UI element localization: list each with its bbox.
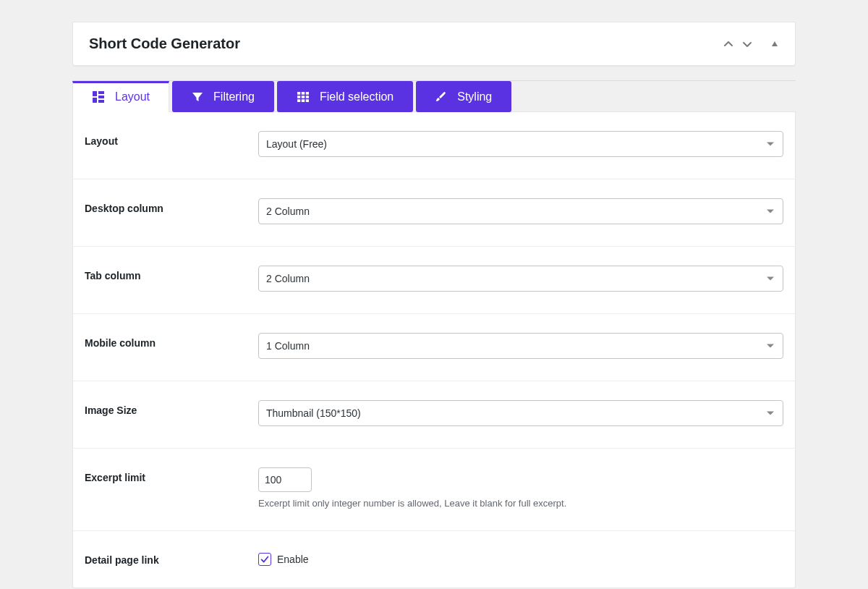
select-layout[interactable]: Layout (Free) bbox=[258, 131, 783, 157]
help-excerpt-limit: Excerpt limit only integer number is all… bbox=[258, 498, 783, 509]
label-layout: Layout bbox=[85, 131, 244, 147]
tab-field-selection[interactable]: Field selection bbox=[277, 81, 413, 112]
select-value: Layout (Free) bbox=[266, 138, 327, 150]
layout-icon bbox=[92, 90, 105, 103]
tab-label: Styling bbox=[457, 90, 492, 103]
checkbox-detail-page-link[interactable] bbox=[258, 553, 271, 566]
row-image-size: Image Size Thumbnail (150*150) bbox=[73, 381, 795, 449]
svg-rect-5 bbox=[297, 92, 309, 102]
filter-icon bbox=[192, 91, 203, 103]
svg-rect-4 bbox=[98, 100, 104, 103]
panel-collapse-up-icon[interactable] bbox=[723, 38, 734, 50]
select-value: 2 Column bbox=[266, 205, 310, 217]
svg-rect-2 bbox=[98, 96, 104, 98]
label-image-size: Image Size bbox=[85, 400, 244, 416]
select-value: Thumbnail (150*150) bbox=[266, 407, 361, 419]
row-layout: Layout Layout (Free) bbox=[73, 112, 795, 179]
select-value: 2 Column bbox=[266, 273, 310, 284]
panel-collapse-down-icon[interactable] bbox=[741, 38, 753, 50]
panel-controls bbox=[723, 38, 779, 50]
row-desktop-column: Desktop column 2 Column bbox=[73, 179, 795, 247]
label-mobile-column: Mobile column bbox=[85, 333, 244, 349]
tab-layout[interactable]: Layout bbox=[72, 81, 169, 112]
panel-toggle-icon[interactable] bbox=[770, 40, 779, 48]
tab-label: Filtering bbox=[213, 90, 255, 103]
tab-label: Field selection bbox=[320, 90, 393, 103]
page-title: Short Code Generator bbox=[89, 35, 240, 52]
select-mobile-column[interactable]: 1 Column bbox=[258, 333, 783, 359]
select-value: 1 Column bbox=[266, 340, 310, 352]
tabs: Layout Filtering Field selection Styling bbox=[72, 81, 796, 112]
label-detail-page-link: Detail page link bbox=[85, 550, 244, 566]
row-detail-page-link: Detail page link Enable bbox=[73, 531, 795, 588]
select-tab-column[interactable]: 2 Column bbox=[258, 266, 783, 292]
svg-rect-3 bbox=[93, 98, 97, 103]
input-excerpt-limit[interactable] bbox=[258, 467, 312, 492]
select-desktop-column[interactable]: 2 Column bbox=[258, 198, 783, 224]
row-tab-column: Tab column 2 Column bbox=[73, 247, 795, 314]
panel-header: Short Code Generator bbox=[72, 22, 796, 66]
select-image-size[interactable]: Thumbnail (150*150) bbox=[258, 400, 783, 426]
label-desktop-column: Desktop column bbox=[85, 198, 244, 214]
tab-styling[interactable]: Styling bbox=[416, 81, 511, 112]
content-card: Layout Layout (Free) Desktop column 2 Co… bbox=[72, 111, 796, 588]
row-mobile-column: Mobile column 1 Column bbox=[73, 314, 795, 381]
label-tab-column: Tab column bbox=[85, 266, 244, 281]
label-excerpt-limit: Excerpt limit bbox=[85, 467, 244, 483]
svg-rect-1 bbox=[98, 91, 104, 94]
tab-label: Layout bbox=[115, 90, 150, 103]
table-icon bbox=[297, 91, 310, 103]
tab-filtering[interactable]: Filtering bbox=[172, 81, 274, 112]
brush-icon bbox=[435, 91, 447, 103]
checkbox-label: Enable bbox=[277, 554, 309, 565]
row-excerpt-limit: Excerpt limit Excerpt limit only integer… bbox=[73, 449, 795, 531]
svg-rect-0 bbox=[93, 91, 97, 96]
